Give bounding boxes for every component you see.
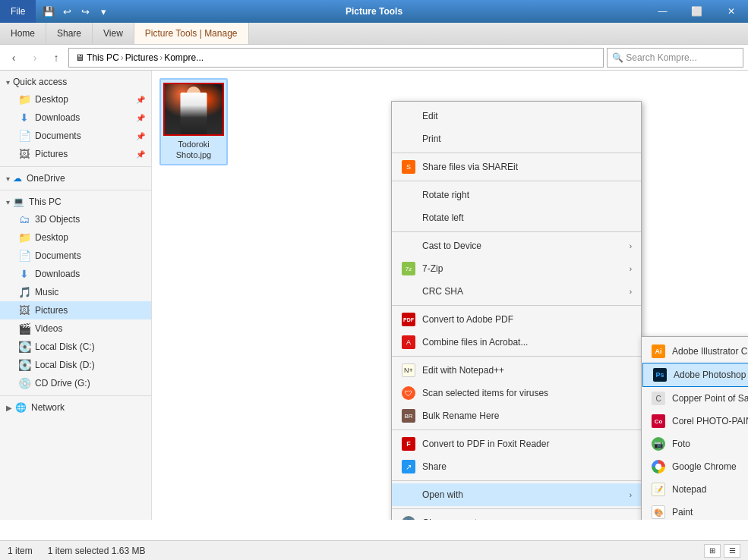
onedrive-chevron: ▾ [6, 175, 10, 183]
network-icon: 🌐 [15, 402, 27, 413]
address-path[interactable]: 🖥 This PC › Pictures › Kompre... [68, 48, 604, 68]
ctx-scan[interactable]: 🛡 Scan selected items for viruses [392, 382, 641, 404]
grid-view-button[interactable]: ⊞ [704, 544, 721, 558]
sidebar-item-3d-objects[interactable]: 🗂 3D Objects [0, 210, 151, 228]
maximize-button[interactable]: ⬜ [680, 0, 714, 23]
selected-info: 1 item selected 1.63 MB [48, 546, 146, 556]
search-box[interactable]: 🔍 Search Kompre... [607, 48, 743, 68]
ctx-crc[interactable]: CRC SHA › [392, 280, 641, 303]
tab-home[interactable]: Home [0, 23, 46, 44]
sub-copper[interactable]: C Copper Point of Sale Software [642, 387, 748, 410]
ctx-sep-1 [392, 153, 641, 153]
ctx-sep-3 [392, 231, 641, 232]
pictures2-icon: 🖼 [18, 304, 30, 316]
ctx-sep-7 [392, 480, 641, 481]
sub-foto[interactable]: 📷 Foto [642, 433, 748, 455]
file-item-todoroki[interactable]: Todoroki Shoto.jpg [159, 78, 228, 165]
ctx-convert-pdf[interactable]: PDF Convert to Adobe PDF [392, 308, 641, 331]
pin-icon-doc: 📌 [136, 132, 145, 140]
ctx-shareit[interactable]: S Share files via SHAREit [392, 156, 641, 178]
sub-chrome[interactable]: Google Chrome [642, 455, 748, 478]
documents-icon: 📄 [18, 130, 30, 142]
ctx-sep-5 [392, 356, 641, 357]
sub-photoshop[interactable]: Ps Adobe Photoshop CC 2018 [642, 363, 748, 387]
rotate-left-icon [401, 210, 416, 225]
list-view-button[interactable]: ☰ [724, 544, 740, 558]
sidebar-item-desktop-qa-label: Desktop [35, 94, 68, 105]
up-button[interactable]: ↑ [47, 49, 65, 67]
title-bar: File 💾 ↩ ↪ ▾ Picture Tools — ⬜ ✕ [0, 0, 748, 23]
ctx-notepad-label: Edit with Notepad++ [422, 365, 632, 376]
share-icon: ↗ [401, 459, 416, 474]
close-button[interactable]: ✕ [714, 0, 748, 23]
sidebar-item-music[interactable]: 🎵 Music [0, 283, 151, 301]
network-header[interactable]: ▶ 🌐 Network [0, 399, 151, 416]
ctx-7zip-label: 7-Zip [422, 263, 630, 274]
sidebar-item-pictures-qa[interactable]: 🖼 Pictures 📌 [0, 145, 151, 163]
music-icon: 🎵 [18, 286, 30, 298]
tab-view[interactable]: View [93, 23, 134, 44]
ctx-open-with[interactable]: Open with › [392, 483, 641, 506]
sidebar-item-videos[interactable]: 🎬 Videos [0, 319, 151, 338]
tab-manage[interactable]: Picture Tools | Manage [134, 23, 249, 44]
sub-illustrator[interactable]: Ai Adobe Illustrator CC 2018 [642, 340, 748, 363]
ctx-bulk-rename[interactable]: BR Bulk Rename Here [392, 404, 641, 427]
minimize-button[interactable]: — [645, 0, 680, 23]
this-pc-header[interactable]: ▾ 💻 This PC [0, 193, 151, 210]
sidebar-item-pictures[interactable]: 🖼 Pictures [0, 301, 151, 319]
sub-notepad-label: Notepad [672, 484, 706, 495]
customize-icon[interactable]: ▾ [95, 3, 112, 20]
tab-share[interactable]: Share [46, 23, 93, 44]
sidebar-item-pictures-qa-label: Pictures [35, 149, 68, 159]
ctx-notepad[interactable]: N+ Edit with Notepad++ [392, 359, 641, 382]
ctx-rotate-left[interactable]: Rotate left [392, 206, 641, 229]
item-count: 1 item [8, 546, 33, 556]
sidebar-item-downloads[interactable]: ⬇ Downloads [0, 265, 151, 283]
context-menu: Edit Print S Share files via SHAREit Rot… [391, 101, 642, 520]
onedrive-icon: ☁ [13, 173, 22, 184]
sidebar-item-documents[interactable]: 📄 Documents [0, 247, 151, 265]
desktop-icon: 📁 [18, 93, 30, 105]
ctx-cast[interactable]: Cast to Device › [392, 234, 641, 257]
main-layout: ▾ Quick access 📁 Desktop 📌 ⬇ Downloads 📌… [0, 71, 748, 520]
sub-notepad[interactable]: 📝 Notepad [642, 478, 748, 501]
notepad-icon: 📝 [651, 482, 666, 497]
sidebar-item-local-d[interactable]: 💽 Local Disk (D:) [0, 356, 151, 374]
forward-button[interactable]: › [26, 49, 44, 67]
redo-icon[interactable]: ↪ [77, 3, 93, 20]
ctx-7zip[interactable]: 7z 7-Zip › [392, 257, 641, 280]
quick-access-header[interactable]: ▾ Quick access [0, 74, 151, 90]
file-button[interactable]: File [0, 0, 36, 23]
crc-icon [401, 284, 416, 299]
sidebar-item-desktop[interactable]: 📁 Desktop [0, 228, 151, 247]
sub-corel[interactable]: Co Corel PHOTO-PAINT 2018 (64-Bit) [642, 410, 748, 433]
give-access-icon: 👤 [401, 515, 416, 520]
sidebar-item-documents-qa[interactable]: 📄 Documents 📌 [0, 127, 151, 145]
ctx-print[interactable]: Print [392, 127, 641, 150]
ctx-rotate-right[interactable]: Rotate right [392, 184, 641, 206]
sub-paint[interactable]: 🎨 Paint [642, 501, 748, 520]
videos-icon: 🎬 [18, 322, 30, 335]
sidebar-item-local-c[interactable]: 💽 Local Disk (C:) [0, 338, 151, 356]
thumbnail-image [165, 84, 223, 134]
ctx-foxit[interactable]: F Convert to PDF in Foxit Reader [392, 433, 641, 455]
sidebar-item-cd-drive[interactable]: 💿 CD Drive (G:) [0, 374, 151, 392]
file-name: Todoroki Shoto.jpg [164, 139, 223, 161]
ctx-edit[interactable]: Edit [392, 105, 641, 127]
this-pc-label: This PC [29, 197, 62, 207]
undo-icon[interactable]: ↩ [58, 3, 75, 20]
sidebar-item-desktop-qa[interactable]: 📁 Desktop 📌 [0, 90, 151, 109]
ctx-combine-acrobat[interactable]: A Combine files in Acrobat... [392, 331, 641, 354]
ctx-give-access[interactable]: 👤 Give access to › [392, 511, 641, 520]
computer-icon: 💻 [13, 197, 24, 207]
back-button[interactable]: ‹ [5, 49, 23, 67]
sidebar-item-desktop-label: Desktop [35, 232, 68, 243]
anime-figure [181, 93, 207, 134]
ctx-share[interactable]: ↗ Share [392, 455, 641, 478]
sidebar-item-downloads-qa[interactable]: ⬇ Downloads 📌 [0, 109, 151, 127]
onedrive-header[interactable]: ▾ ☁ OneDrive [0, 170, 151, 187]
search-placeholder: 🔍 Search Kompre... [612, 52, 697, 63]
sub-paint-label: Paint [672, 507, 693, 518]
open-with-arrow: › [630, 491, 632, 499]
save-icon[interactable]: 💾 [40, 3, 57, 20]
